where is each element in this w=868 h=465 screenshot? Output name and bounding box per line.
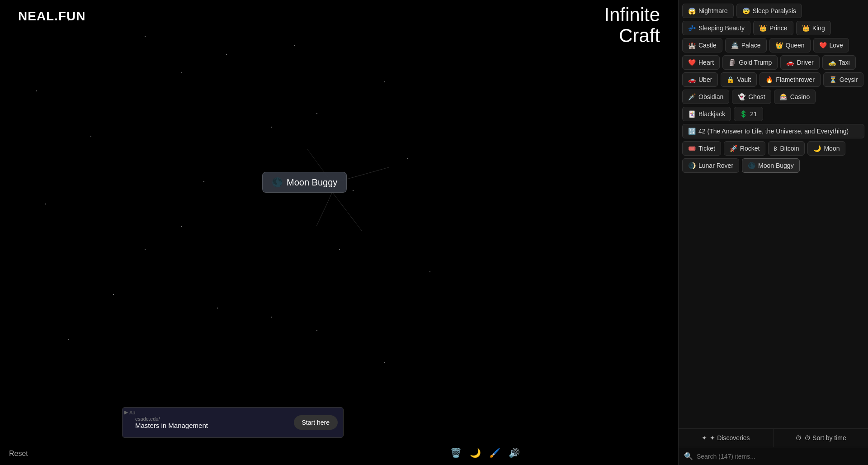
item-chip-castle[interactable]: 🏰Castle [682,38,722,52]
item-chip-king[interactable]: 👑King [796,21,831,35]
item-chip-gold-trump[interactable]: 🗿Gold Trump [722,55,778,70]
item-emoji: 👻 [738,93,745,100]
item-chip-blackjack[interactable]: 🃏Blackjack [682,107,731,121]
moon-buggy-emoji: 🌑 [272,177,283,188]
item-emoji: 😱 [688,7,696,14]
bottom-bar: Reset [0,442,678,465]
item-label: 21 [750,110,757,118]
item-label: Uber [698,76,712,83]
item-emoji: 👑 [802,24,810,32]
item-chip-queen[interactable]: 👑Queen [769,38,811,52]
item-chip-ghost[interactable]: 👻Ghost [732,90,771,104]
discoveries-label: ✦ Discoveries [710,434,750,441]
canvas-area[interactable]: NEAL.FUN Infinite Craft 🌑 Moon Buggy Res… [0,0,678,465]
ad-banner: ▶ Ad esade.edu/ Masters in Management St… [122,407,344,438]
item-chip-heart[interactable]: ❤️Heart [682,55,720,70]
connections-svg [0,0,678,465]
bottom-icons: 🗑️ 🌙 🖌️ 🔊 [450,447,520,458]
ad-label: Ad [129,410,135,415]
item-chip-prince[interactable]: 👑Prince [753,21,793,35]
item-emoji: 🗡️ [688,93,696,100]
item-label: Rocket [740,145,760,152]
trash-icon[interactable]: 🗑️ [450,447,462,458]
svg-line-2 [332,192,362,231]
item-chip-uber[interactable]: 🚗Uber [682,72,718,87]
item-chip-moon[interactable]: 🌙Moon [807,141,845,156]
sidebar-actions: ✦ ✦ Discoveries ⏱ ⏱ Sort by time [679,429,868,447]
search-bar: 🔍 [679,447,868,465]
item-emoji: 🚕 [828,59,836,66]
item-emoji: 🏯 [731,42,739,49]
item-chip-palace[interactable]: 🏯Palace [725,38,767,52]
item-emoji: ❤️ [819,42,827,49]
item-emoji: 🚗 [688,76,696,83]
item-label: Driver [797,59,813,66]
item-emoji: ⏳ [829,76,837,83]
item-chip-21[interactable]: 💲21 [734,107,763,121]
sort-button[interactable]: ⏱ ⏱ Sort by time [773,429,868,447]
item-label: Flamethrower [776,76,815,83]
item-chip-lunar-rover[interactable]: 🌒Lunar Rover [682,158,739,173]
search-input[interactable] [697,453,863,460]
moon-buggy-label: Moon Buggy [287,177,337,188]
item-chip-vault[interactable]: 🔒Vault [721,72,757,87]
item-label: Love [830,42,843,49]
item-chip-rocket[interactable]: 🚀Rocket [724,141,766,156]
item-chip-taxi[interactable]: 🚕Taxi [822,55,856,70]
item-label: Geysir [840,76,858,83]
sort-label: ⏱ Sort by time [804,434,846,441]
item-emoji: 👑 [775,42,783,49]
ad-close: ▶ Ad [124,409,135,415]
moon-buggy-element[interactable]: 🌑 Moon Buggy [262,172,347,193]
ad-cta-button[interactable]: Start here [294,415,338,430]
item-label: Sleep Paralysis [753,7,797,14]
item-emoji: 👑 [759,24,767,32]
item-emoji: 🔥 [765,76,773,83]
item-chip-love[interactable]: ❤️Love [813,38,849,52]
item-label: King [812,24,825,32]
item-label: Taxi [839,59,850,66]
item-chip-geysir[interactable]: ⏳Geysir [823,72,863,87]
item-emoji: 🌑 [748,162,755,169]
item-chip-casino[interactable]: 🎰Casino [774,90,816,104]
item-chip-nightmare[interactable]: 😱Nightmare [682,4,734,18]
item-chip-obsidian[interactable]: 🗡️Obsidian [682,90,729,104]
item-chip-ticket[interactable]: 🎟️Ticket [682,141,721,156]
item-chip-flamethrower[interactable]: 🔥Flamethrower [760,72,821,87]
ad-arrow-icon: ▶ [124,409,128,415]
moon-icon[interactable]: 🌙 [470,447,481,458]
item-label: Ghost [748,93,765,100]
item-label: 42 (The Answer to Life, the Universe, an… [698,128,849,135]
ad-content: esade.edu/ Masters in Management [135,416,289,429]
discoveries-button[interactable]: ✦ ✦ Discoveries [679,429,773,447]
reset-button[interactable]: Reset [9,450,28,458]
item-emoji: 🚗 [786,59,794,66]
item-label: Prince [769,24,788,32]
item-chip-sleeping-beauty[interactable]: 💤Sleeping Beauty [682,21,750,35]
item-chip-bitcoin[interactable]: ₿Bitcoin [768,141,805,156]
item-label: Casino [790,93,810,100]
ad-text: Masters in Management [135,422,289,429]
item-chip-sleep-paralysis[interactable]: 😨Sleep Paralysis [736,4,802,18]
sidebar-bottom: ✦ ✦ Discoveries ⏱ ⏱ Sort by time 🔍 [679,428,868,465]
item-chip-driver[interactable]: 🚗Driver [780,55,819,70]
logo: NEAL.FUN [18,9,86,24]
item-emoji: 🔢 [688,128,696,135]
item-label: Ticket [698,145,715,152]
item-label: Heart [698,59,714,66]
brush-icon[interactable]: 🖌️ [489,447,500,458]
sound-icon[interactable]: 🔊 [509,447,520,458]
item-label: Queen [786,42,805,49]
item-emoji: 😨 [742,7,750,14]
item-chip-42[interactable]: 🔢42 (The Answer to Life, the Universe, a… [682,124,864,138]
item-label: Obsidian [698,93,723,100]
item-emoji: 💲 [740,110,747,118]
item-label: Sleeping Beauty [698,24,745,32]
item-emoji: 🚀 [730,145,737,152]
item-emoji: 🎟️ [688,145,696,152]
items-grid: 😱Nightmare😨Sleep Paralysis💤Sleeping Beau… [679,0,868,428]
item-emoji: 🗿 [728,59,736,66]
item-chip-moon-buggy[interactable]: 🌑Moon Buggy [742,158,800,173]
item-label: Castle [698,42,717,49]
item-label: Moon [824,145,840,152]
